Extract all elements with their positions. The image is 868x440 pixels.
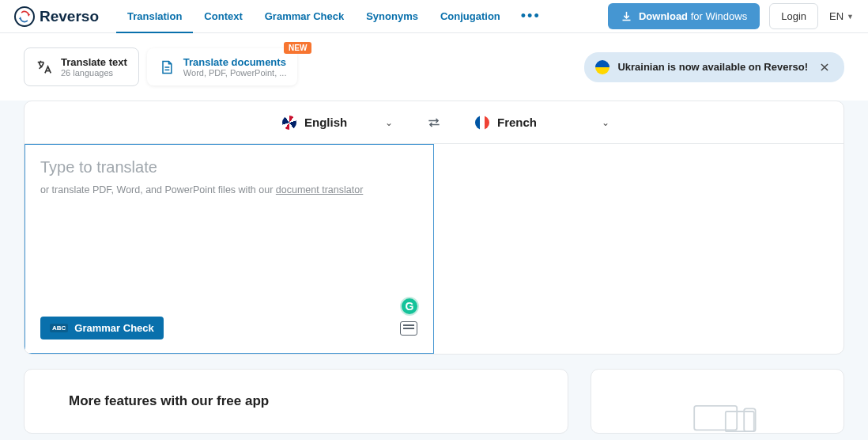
download-button[interactable]: Download for Windows [608, 3, 760, 29]
translator-card: English ⌄ French ⌄ Type to translate or … [24, 101, 844, 355]
svg-rect-2 [695, 406, 738, 431]
login-button[interactable]: Login [769, 3, 818, 29]
language-bar: English ⌄ French ⌄ [25, 101, 843, 144]
new-badge: NEW [284, 42, 311, 54]
mode-translate-text[interactable]: Translate text 26 languages [24, 47, 139, 86]
features-title: More features with our free app [69, 393, 523, 409]
target-language-selector[interactable]: French ⌄ [451, 116, 633, 130]
document-translator-link[interactable]: document translator [276, 184, 363, 195]
mode-docs-title: Translate documents [183, 56, 287, 68]
svg-rect-3 [726, 412, 754, 431]
io-row: Type to translate or translate PDF, Word… [25, 144, 843, 354]
nav-grammar-check[interactable]: Grammar Check [254, 0, 355, 32]
grammarly-icon[interactable]: G [400, 297, 419, 316]
nav-synonyms[interactable]: Synonyms [355, 0, 429, 32]
logo-icon [14, 6, 35, 27]
nav-translation[interactable]: Translation [116, 0, 193, 32]
page-background: English ⌄ French ⌄ Type to translate or … [0, 101, 868, 440]
target-language-label: French [497, 116, 537, 129]
grammar-check-label: Grammar Check [74, 322, 153, 334]
target-text-output [434, 144, 843, 354]
close-icon[interactable] [816, 59, 833, 76]
top-header: Reverso Translation Context Grammar Chec… [0, 0, 868, 33]
ui-language-selector[interactable]: EN ▼ [829, 10, 854, 22]
devices-icon [654, 404, 780, 433]
bottom-row: More features with our free app [24, 369, 844, 434]
translate-text-icon [36, 59, 53, 76]
mode-translate-documents[interactable]: Translate documents Word, PDF, PowerPoin… [147, 48, 298, 85]
source-language-selector[interactable]: English ⌄ [235, 116, 417, 130]
caret-down-icon: ▼ [847, 13, 854, 21]
nav-context[interactable]: Context [193, 0, 253, 32]
logo[interactable]: Reverso [14, 6, 99, 27]
uk-flag-icon [282, 116, 296, 130]
mode-text-sub: 26 languages [61, 68, 127, 78]
ukraine-flag-icon [595, 60, 609, 74]
ui-language-label: EN [829, 10, 843, 22]
promo-banner[interactable]: Ukrainian is now available on Reverso! [584, 52, 844, 82]
promo-text: Ukrainian is now available on Reverso! [617, 61, 808, 73]
mode-row: Translate text 26 languages Translate do… [0, 33, 868, 101]
grammar-check-button[interactable]: ABC Grammar Check [40, 317, 164, 339]
nav-conjugation[interactable]: Conjugation [429, 0, 511, 32]
download-icon [621, 10, 632, 22]
fr-flag-icon [475, 116, 489, 130]
mode-text-title: Translate text [61, 56, 127, 68]
document-icon [158, 59, 175, 76]
abc-badge-icon: ABC [50, 324, 68, 332]
input-placeholder: Type to translate [40, 158, 417, 176]
swap-languages-button[interactable] [417, 115, 451, 131]
nav-more-icon[interactable]: ••• [511, 8, 550, 25]
download-label-bold: Download [639, 10, 688, 22]
chevron-down-icon: ⌄ [602, 117, 633, 128]
source-text-input[interactable]: Type to translate or translate PDF, Word… [25, 144, 434, 354]
source-language-label: English [304, 116, 347, 129]
chevron-down-icon: ⌄ [385, 117, 417, 128]
mode-docs-sub: Word, PDF, PowerPoint, ... [183, 68, 287, 78]
features-card: More features with our free app [24, 369, 568, 434]
logo-text: Reverso [40, 8, 99, 25]
devices-card [591, 369, 844, 434]
input-helper: or translate PDF, Word, and PowerPoint f… [40, 184, 417, 195]
main-nav: Translation Context Grammar Check Synony… [116, 0, 550, 32]
keyboard-icon[interactable] [400, 321, 417, 336]
download-label-thin: for Windows [688, 10, 747, 22]
